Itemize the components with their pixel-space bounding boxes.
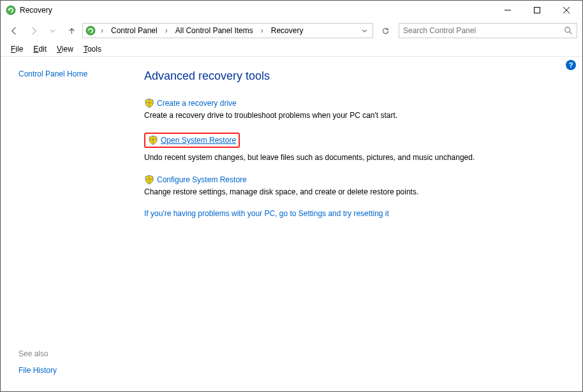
create-recovery-drive-link[interactable]: Create a recovery drive [157, 99, 237, 108]
reset-pc-link[interactable]: If you're having problems with your PC, … [144, 209, 570, 218]
breadcrumb-control-panel[interactable]: Control Panel [107, 25, 161, 36]
window-title: Recovery [20, 6, 52, 15]
svg-point-6 [565, 27, 570, 33]
maximize-button[interactable] [522, 1, 552, 20]
open-system-restore-link[interactable]: Open System Restore [161, 136, 236, 145]
address-bar-icon [85, 25, 96, 36]
navigation-row: › Control Panel › All Control Panel Item… [1, 20, 582, 41]
breadcrumb-all-items[interactable]: All Control Panel Items [172, 25, 257, 36]
chevron-right-icon[interactable]: › [163, 26, 170, 35]
menu-edit[interactable]: Edit [29, 43, 50, 55]
tool-configure-system-restore: Configure System Restore Change restore … [144, 175, 570, 196]
close-button[interactable] [552, 1, 581, 20]
address-dropdown-button[interactable] [357, 24, 371, 38]
configure-system-restore-link[interactable]: Configure System Restore [157, 175, 247, 184]
open-system-restore-desc: Undo recent system changes, but leave fi… [144, 153, 570, 162]
content-area: Control Panel Home See also File History… [1, 58, 582, 391]
highlighted-selection: Open System Restore [144, 133, 240, 148]
recovery-app-icon [6, 5, 16, 15]
chevron-right-icon[interactable]: › [258, 26, 266, 35]
forward-button[interactable] [25, 22, 41, 39]
refresh-button[interactable] [378, 24, 392, 38]
see-also-label: See also [18, 349, 137, 358]
create-recovery-drive-desc: Create a recovery drive to troubleshoot … [144, 111, 570, 120]
svg-point-0 [6, 6, 15, 15]
svg-point-5 [86, 26, 95, 35]
control-panel-home-link[interactable]: Control Panel Home [18, 69, 137, 78]
address-bar[interactable]: › Control Panel › All Control Panel Item… [82, 23, 373, 38]
shield-icon [144, 98, 154, 108]
chevron-right-icon[interactable]: › [98, 26, 106, 35]
shield-icon [144, 175, 154, 185]
menu-bar: File Edit View Tools [1, 41, 582, 57]
minimize-button[interactable] [493, 1, 522, 20]
titlebar: Recovery [1, 1, 582, 20]
configure-system-restore-desc: Change restore settings, manage disk spa… [144, 187, 570, 196]
breadcrumb-recovery[interactable]: Recovery [267, 25, 307, 36]
main-panel: ? Advanced recovery tools Create a recov… [144, 58, 582, 391]
sidebar: Control Panel Home See also File History [1, 58, 144, 391]
svg-rect-2 [535, 8, 540, 13]
file-history-link[interactable]: File History [18, 366, 137, 375]
tool-open-system-restore: Open System Restore Undo recent system c… [144, 133, 570, 162]
tool-create-recovery-drive: Create a recovery drive Create a recover… [144, 98, 570, 120]
search-box[interactable] [399, 23, 577, 38]
help-icon[interactable]: ? [566, 60, 576, 70]
back-button[interactable] [6, 22, 22, 39]
page-heading: Advanced recovery tools [144, 69, 570, 83]
menu-tools[interactable]: Tools [80, 43, 105, 55]
shield-icon [148, 135, 158, 145]
search-input[interactable] [403, 26, 564, 35]
search-icon[interactable] [564, 26, 573, 35]
menu-file[interactable]: File [7, 43, 27, 55]
window-controls [493, 1, 581, 20]
svg-line-7 [570, 32, 572, 34]
recent-dropdown-icon[interactable] [44, 22, 61, 39]
menu-view[interactable]: View [53, 43, 77, 55]
up-button[interactable] [63, 22, 80, 39]
